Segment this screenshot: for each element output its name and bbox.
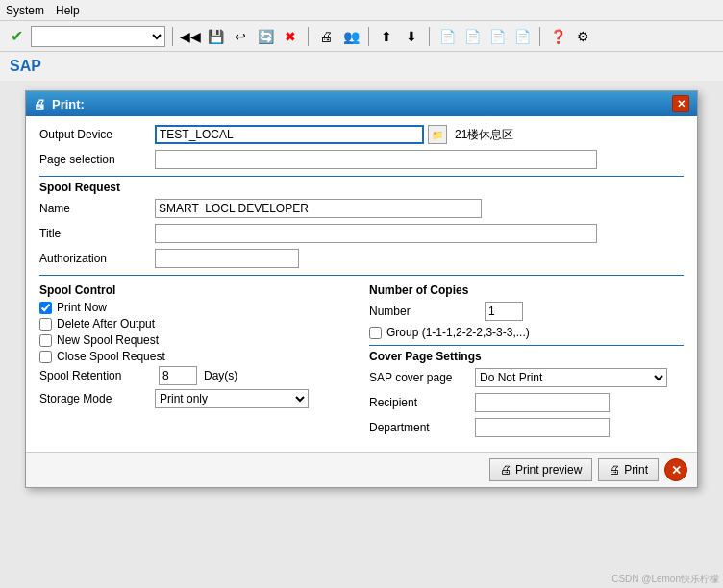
close-spool-row: Close Spool Request <box>39 350 354 363</box>
retention-row: Spool Retention Day(s) <box>39 366 354 385</box>
toolbar-down-icon[interactable]: ⬇ <box>401 26 422 47</box>
storage-mode-select[interactable]: Print only Print and store Store only <box>155 389 309 408</box>
print-preview-icon: 🖨 <box>500 463 511 477</box>
toolbar-help-icon[interactable]: ❓ <box>547 26 568 47</box>
department-input[interactable] <box>475 418 610 437</box>
output-device-picker-button[interactable]: 📁 <box>428 125 447 144</box>
toolbar-dropdown[interactable] <box>31 26 165 47</box>
retention-value-input[interactable] <box>159 366 197 385</box>
spool-title-input[interactable] <box>155 224 597 243</box>
toolbar-users-icon[interactable]: 👥 <box>340 26 362 47</box>
print-preview-button[interactable]: 🖨 Print preview <box>489 458 592 481</box>
spool-auth-row: Authorization <box>39 248 684 269</box>
toolbar-doc2-icon[interactable]: 📄 <box>461 26 483 47</box>
print-now-checkbox[interactable] <box>39 302 52 314</box>
group-copies-label: Group (1-1-1,2-2-2,3-3-3,...) <box>386 326 530 339</box>
toolbar-undo-icon[interactable]: ↩ <box>230 26 251 47</box>
storage-mode-row: Storage Mode Print only Print and store … <box>39 388 354 409</box>
retention-unit-label: Day(s) <box>204 369 237 382</box>
output-device-row: Output Device 📁 21楼休息区 <box>39 124 684 145</box>
print-now-row: Print Now <box>39 301 354 314</box>
toolbar-back-icon[interactable]: ◀◀ <box>180 26 201 47</box>
page-selection-row: Page selection <box>39 149 684 170</box>
print-button-icon: 🖨 <box>609 463 620 477</box>
menu-bar: System Help <box>0 0 723 21</box>
spool-control-col: Spool Control Print Now Delete After Out… <box>39 280 354 442</box>
output-device-label: Output Device <box>39 128 155 141</box>
print-now-label: Print Now <box>57 301 107 314</box>
number-copies-row: Number <box>369 301 684 322</box>
spool-auth-label: Authorization <box>39 252 155 265</box>
storage-mode-label: Storage Mode <box>39 392 155 405</box>
toolbar-doc1-icon[interactable]: 📄 <box>436 26 458 47</box>
copies-number-input[interactable] <box>485 302 523 321</box>
toolbar-stop-icon[interactable]: ✖ <box>280 26 301 47</box>
spool-name-row: Name <box>39 198 684 219</box>
toolbar-doc3-icon[interactable]: 📄 <box>486 26 508 47</box>
cover-page-title: Cover Page Settings <box>369 350 684 363</box>
print-button[interactable]: 🖨 Print <box>598 458 659 481</box>
print-dialog: 🖨 Print: ✕ Output Device 📁 21楼休息区 Page s… <box>25 90 698 488</box>
sap-label: SAP <box>0 52 723 81</box>
toolbar-up-icon[interactable]: ⬆ <box>376 26 397 47</box>
dialog-title-icon: 🖨 <box>34 97 46 111</box>
spool-control-title: Spool Control <box>39 283 354 297</box>
number-copies-label: Number <box>369 305 485 318</box>
main-area: 🖨 Print: ✕ Output Device 📁 21楼休息区 Page s… <box>0 81 723 498</box>
print-preview-label: Print preview <box>515 463 582 477</box>
new-spool-row: New Spool Request <box>39 333 354 347</box>
group-copies-row: Group (1-1-1,2-2-2,3-3-3,...) <box>369 326 684 339</box>
output-device-input[interactable] <box>155 125 424 144</box>
sap-cover-select[interactable]: Do Not Print Print <box>475 368 667 387</box>
spool-request-title: Spool Request <box>39 181 684 194</box>
dialog-title-label: Print: <box>52 97 85 111</box>
recipient-row: Recipient <box>369 392 684 413</box>
dialog-title-text: 🖨 Print: <box>34 97 85 111</box>
sep-2 <box>39 275 684 276</box>
recipient-input[interactable] <box>475 393 610 412</box>
delete-after-label: Delete After Output <box>57 317 155 331</box>
retention-label: Spool Retention <box>39 369 155 382</box>
department-row: Department <box>369 417 684 438</box>
right-col: Number of Copies Number Group (1-1-1,2-2… <box>369 280 684 442</box>
footer-close-button[interactable]: ✕ <box>664 458 687 481</box>
spool-title-label: Title <box>39 227 155 240</box>
sap-cover-row: SAP cover page Do Not Print Print <box>369 367 684 388</box>
page-selection-input[interactable] <box>155 150 597 169</box>
watermark: CSDN @Lemon快乐柠檬 <box>611 573 719 586</box>
menu-system[interactable]: System <box>6 4 44 17</box>
toolbar-sep-2 <box>308 27 309 46</box>
new-spool-checkbox[interactable] <box>39 334 52 347</box>
green-check-icon[interactable]: ✔ <box>6 26 27 47</box>
spool-auth-input[interactable] <box>155 249 299 268</box>
close-spool-checkbox[interactable] <box>39 351 52 363</box>
output-device-description: 21楼休息区 <box>455 127 513 143</box>
delete-after-row: Delete After Output <box>39 317 354 331</box>
toolbar: ✔ ◀◀ 💾 ↩ 🔄 ✖ 🖨 👥 ⬆ ⬇ 📄 📄 📄 📄 ❓ ⚙ <box>0 21 723 52</box>
toolbar-sep-3 <box>368 27 369 46</box>
menu-help[interactable]: Help <box>56 4 80 17</box>
copies-title: Number of Copies <box>369 283 684 297</box>
toolbar-settings-icon[interactable]: ⚙ <box>572 26 593 47</box>
close-spool-label: Close Spool Request <box>57 350 165 363</box>
toolbar-print-icon[interactable]: 🖨 <box>315 26 337 47</box>
toolbar-sep-5 <box>539 27 540 46</box>
group-copies-checkbox[interactable] <box>369 327 382 339</box>
dialog-footer: 🖨 Print preview 🖨 Print ✕ <box>26 452 697 487</box>
toolbar-save-icon[interactable]: 💾 <box>205 26 226 47</box>
delete-after-checkbox[interactable] <box>39 318 52 331</box>
toolbar-sep-1 <box>172 27 173 46</box>
sap-cover-label: SAP cover page <box>369 371 475 384</box>
page-selection-label: Page selection <box>39 153 155 166</box>
toolbar-refresh-icon[interactable]: 🔄 <box>255 26 276 47</box>
spool-name-input[interactable] <box>155 199 482 218</box>
dialog-close-button[interactable]: ✕ <box>672 95 689 112</box>
recipient-label: Recipient <box>369 396 475 409</box>
toolbar-doc4-icon[interactable]: 📄 <box>511 26 533 47</box>
new-spool-label: New Spool Request <box>57 333 159 347</box>
toolbar-sep-4 <box>429 27 430 46</box>
two-col-layout: Spool Control Print Now Delete After Out… <box>39 280 684 442</box>
dialog-title-bar: 🖨 Print: ✕ <box>26 91 697 116</box>
device-input-row: 📁 21楼休息区 <box>155 125 513 144</box>
sep-1 <box>39 176 684 177</box>
